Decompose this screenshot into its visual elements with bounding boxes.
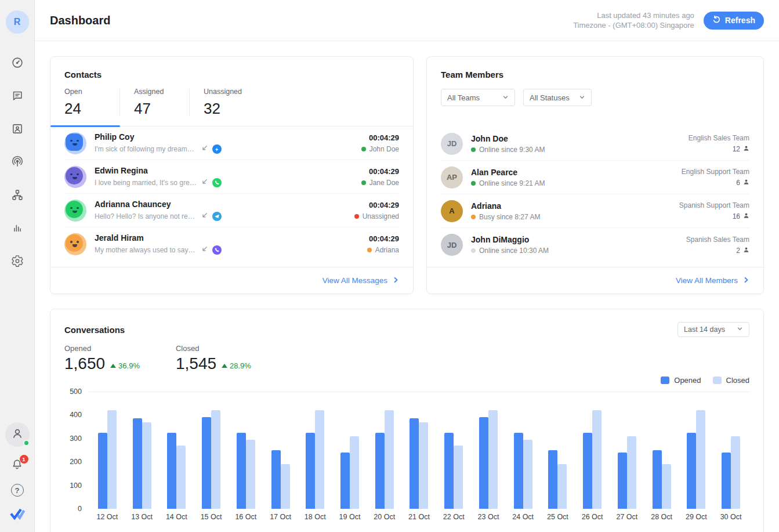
x-axis-label: 26 Oct <box>575 513 610 521</box>
assignee-name: John Doe <box>369 145 399 153</box>
contacts-tab[interactable]: Assigned 47 <box>120 88 190 126</box>
member-name: John Doe <box>471 134 545 143</box>
x-axis-label: 13 Oct <box>125 513 160 521</box>
team-member-row[interactable]: JD John Doe Online since 9:30 AM English… <box>441 127 749 161</box>
sidebar: R 1 ? <box>0 0 35 532</box>
chart-plot <box>89 392 749 509</box>
trend-up-icon <box>110 364 116 368</box>
bar-group-12-oct[interactable] <box>90 410 125 509</box>
team-member-row[interactable]: A Adriana Busy since 8:27 AM Spanish Sup… <box>441 194 749 228</box>
chevron-down-icon <box>737 325 743 334</box>
notifications-button[interactable]: 1 <box>10 458 25 473</box>
contact-row[interactable]: Jerald Hiram My mother always used to sa… <box>64 227 399 261</box>
online-status-dot <box>23 440 30 446</box>
x-axis-label: 14 Oct <box>159 513 194 521</box>
contacts-icon[interactable] <box>10 122 24 136</box>
teams-filter-select[interactable]: All Teams <box>441 89 515 106</box>
contact-row[interactable]: Adrianna Chauncey Hello? Hello? Is anyon… <box>64 194 399 227</box>
y-axis-label: 100 <box>70 482 82 490</box>
workspace-avatar[interactable]: R <box>6 10 29 34</box>
bar-group-20-oct[interactable] <box>367 410 402 509</box>
contacts-tab[interactable]: Unassigned 32 <box>190 88 259 126</box>
y-axis-label: 0 <box>78 505 82 513</box>
bar-group-21-oct[interactable] <box>402 418 437 509</box>
opened-bar <box>618 453 627 509</box>
member-status-dot <box>471 181 476 186</box>
user-avatar[interactable] <box>5 422 30 447</box>
legend-item[interactable]: Closed <box>713 376 749 385</box>
assignee-status-dot <box>354 214 359 219</box>
contacts-tabs: Open 24 Assigned 47 Unassigned 32 <box>50 88 413 126</box>
bar-group-14-oct[interactable] <box>159 433 194 509</box>
dashboard-icon[interactable] <box>10 56 24 70</box>
opened-bar <box>375 433 385 509</box>
workflows-icon[interactable] <box>10 188 24 202</box>
sidebar-nav <box>10 56 24 268</box>
broadcast-icon[interactable] <box>10 155 24 169</box>
bar-group-26-oct[interactable] <box>575 410 610 509</box>
team-member-row[interactable]: JD John DiMaggio Online since 10:30 AM S… <box>441 228 749 262</box>
stat-label: Closed <box>176 344 251 353</box>
bar-group-17-oct[interactable] <box>263 450 298 509</box>
member-team: Spanish Sales Team <box>686 236 749 244</box>
member-team: English Sales Team <box>689 134 749 142</box>
bar-group-25-oct[interactable] <box>541 450 575 509</box>
member-avatar: AP <box>441 167 463 189</box>
contact-row[interactable]: Philip Coy I'm sick of following my drea… <box>64 126 399 160</box>
bar-group-27-oct[interactable] <box>610 436 644 509</box>
notification-badge: 1 <box>20 455 28 464</box>
contacts-tab[interactable]: Open 24 <box>50 88 120 126</box>
view-all-members-link[interactable]: View All Members <box>676 276 749 285</box>
refresh-button[interactable]: Refresh <box>704 12 764 30</box>
page-header: Dashboard Last updated 43 minutes ago Ti… <box>35 0 779 41</box>
contact-avatar-face <box>66 201 83 218</box>
bar-group-29-oct[interactable] <box>679 410 713 509</box>
view-all-messages-link[interactable]: View All Messages <box>323 276 399 285</box>
bar-group-22-oct[interactable] <box>436 433 471 509</box>
brand-logo-icon[interactable] <box>9 508 26 523</box>
bar-group-24-oct[interactable] <box>506 433 541 509</box>
closed-bar <box>107 410 117 509</box>
date-range-select[interactable]: Last 14 days <box>677 322 749 337</box>
help-button[interactable]: ? <box>11 484 24 497</box>
x-axis-label: 15 Oct <box>194 513 229 521</box>
message-preview: My mother always used to say: The older.… <box>95 246 197 254</box>
closed-bar <box>350 436 359 509</box>
statuses-filter-select[interactable]: All Statuses <box>523 89 592 106</box>
reports-icon[interactable] <box>10 221 24 235</box>
legend-item[interactable]: Opened <box>661 376 701 385</box>
member-count-person-icon <box>743 212 749 220</box>
bar-group-28-oct[interactable] <box>644 450 679 509</box>
timezone-text: Timezone - (GMT+08:00) Singapore <box>573 20 694 30</box>
y-axis-label: 300 <box>70 435 82 443</box>
team-member-row[interactable]: AP Alan Pearce Online since 9:21 AM Engl… <box>441 161 749 194</box>
team-card-title: Team Members <box>427 57 763 79</box>
messages-icon[interactable] <box>10 89 24 103</box>
x-axis-label: 27 Oct <box>610 513 644 521</box>
member-team: Spanish Support Team <box>679 201 749 209</box>
bar-group-30-oct[interactable] <box>713 436 748 509</box>
member-count-person-icon <box>743 247 749 255</box>
bar-group-19-oct[interactable] <box>332 436 367 509</box>
trend-up-icon <box>222 364 227 368</box>
closed-bar <box>488 410 498 509</box>
x-axis-label: 21 Oct <box>402 513 437 521</box>
closed-bar <box>211 410 220 509</box>
opened-bar <box>514 433 523 509</box>
bar-group-15-oct[interactable] <box>194 410 229 509</box>
bar-group-13-oct[interactable] <box>125 418 160 509</box>
contact-row[interactable]: Edwin Regina I love being married, It's … <box>64 160 399 194</box>
stat-block: Closed 1,545 28.9% <box>176 344 251 372</box>
settings-icon[interactable] <box>10 254 24 268</box>
x-axis-label: 19 Oct <box>332 513 367 521</box>
bar-group-23-oct[interactable] <box>471 410 506 509</box>
member-status-dot <box>471 215 476 219</box>
contacts-list: Philip Coy I'm sick of following my drea… <box>50 126 413 267</box>
bar-group-16-oct[interactable] <box>229 433 263 509</box>
incoming-arrow-icon <box>201 211 208 222</box>
bar-group-18-oct[interactable] <box>298 410 332 509</box>
tab-label: Unassigned <box>204 88 259 96</box>
closed-bar <box>419 422 428 509</box>
member-status-text: Busy since 8:27 AM <box>479 213 540 221</box>
x-axis-label: 28 Oct <box>644 513 679 521</box>
